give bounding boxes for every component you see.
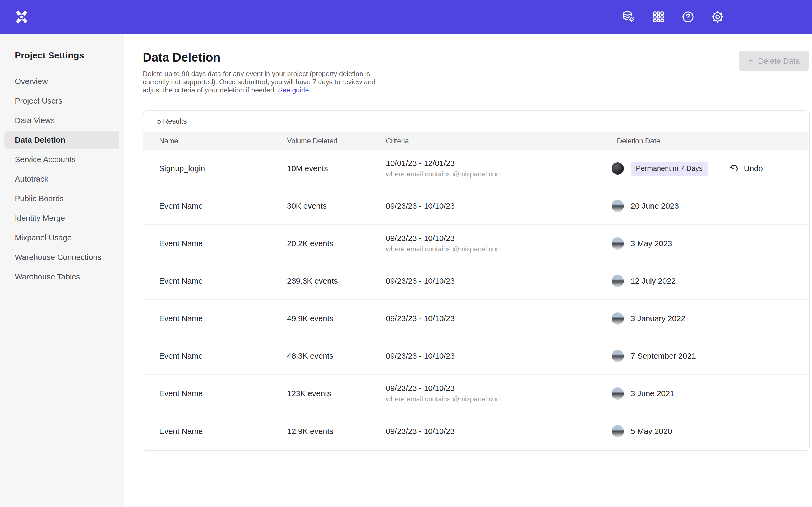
sidebar-item-data-deletion[interactable]: Data Deletion bbox=[4, 131, 119, 149]
deletion-date: 20 June 2023 bbox=[631, 202, 679, 211]
see-guide-link[interactable]: See guide bbox=[278, 86, 309, 94]
sidebar-item-service-accounts[interactable]: Service Accounts bbox=[4, 150, 119, 169]
table-rows: Signup_login10M events10/01/23 - 12/01/2… bbox=[143, 150, 809, 450]
table-row: Event Name48.3K events09/23/23 - 10/10/2… bbox=[143, 337, 809, 375]
criteria-range: 09/23/23 - 10/10/23 bbox=[386, 234, 612, 243]
table-row: Event Name49.9K events09/23/23 - 10/10/2… bbox=[143, 300, 809, 337]
sidebar-item-mixpanel-usage[interactable]: Mixpanel Usage bbox=[4, 228, 119, 247]
sidebar: Project Settings OverviewProject UsersDa… bbox=[0, 34, 124, 507]
topbar bbox=[0, 0, 812, 34]
name-cell: Event Name bbox=[159, 351, 287, 360]
mixpanel-logo-icon[interactable] bbox=[15, 10, 29, 24]
name-cell: Signup_login bbox=[159, 164, 287, 173]
deletion-date: 5 May 2020 bbox=[631, 427, 672, 436]
deletion-date: 12 July 2022 bbox=[631, 277, 676, 285]
volume-cell: 20.2K events bbox=[287, 239, 386, 248]
apps-grid-icon[interactable] bbox=[652, 10, 665, 23]
delete-data-button-label: Delete Data bbox=[758, 57, 800, 65]
deletion-cell: Permanent in 7 DaysUndo bbox=[612, 162, 809, 176]
table-row: Event Name123K events09/23/23 - 10/10/23… bbox=[143, 375, 809, 412]
topbar-icon-group bbox=[622, 0, 724, 34]
undo-label: Undo bbox=[744, 164, 763, 173]
avatar bbox=[612, 237, 624, 249]
sidebar-item-overview[interactable]: Overview bbox=[4, 72, 119, 91]
volume-cell: 12.9K events bbox=[287, 427, 386, 436]
criteria-cell: 10/01/23 - 12/01/23where email contains … bbox=[386, 159, 612, 178]
volume-cell: 239.3K events bbox=[287, 277, 386, 285]
criteria-range: 10/01/23 - 12/01/23 bbox=[386, 159, 612, 168]
undo-icon bbox=[728, 163, 740, 174]
criteria-range: 09/23/23 - 10/10/23 bbox=[386, 314, 612, 323]
name-cell: Event Name bbox=[159, 239, 287, 248]
criteria-cell: 09/23/23 - 10/10/23 bbox=[386, 351, 612, 360]
criteria-cell: 09/23/23 - 10/10/23where email contains … bbox=[386, 384, 612, 403]
deletion-cell: 5 May 2020 bbox=[612, 425, 809, 437]
sidebar-item-identity-merge[interactable]: Identity Merge bbox=[4, 209, 119, 227]
deletion-cell: 7 September 2021 bbox=[612, 350, 809, 362]
sidebar-item-data-views[interactable]: Data Views bbox=[4, 111, 119, 130]
table-row: Event Name239.3K events09/23/23 - 10/10/… bbox=[143, 263, 809, 300]
criteria-range: 09/23/23 - 10/10/23 bbox=[386, 277, 612, 285]
volume-cell: 30K events bbox=[287, 202, 386, 211]
avatar bbox=[612, 200, 624, 212]
deletion-cell: 20 June 2023 bbox=[612, 200, 809, 212]
plus-icon: + bbox=[748, 56, 754, 66]
sidebar-nav: OverviewProject UsersData ViewsData Dele… bbox=[0, 72, 124, 286]
page-title: Data Deletion bbox=[143, 50, 220, 64]
page-description-text: Delete up to 90 days data for any event … bbox=[143, 70, 375, 94]
criteria-range: 09/23/23 - 10/10/23 bbox=[386, 384, 612, 393]
criteria-cell: 09/23/23 - 10/10/23 bbox=[386, 427, 612, 436]
name-cell: Event Name bbox=[159, 277, 287, 285]
sidebar-item-warehouse-connections[interactable]: Warehouse Connections bbox=[4, 248, 119, 267]
volume-cell: 10M events bbox=[287, 164, 386, 173]
sidebar-item-warehouse-tables[interactable]: Warehouse Tables bbox=[4, 268, 119, 286]
avatar bbox=[612, 313, 624, 325]
data-pipelines-icon[interactable] bbox=[622, 10, 636, 23]
deletion-date: 3 January 2022 bbox=[631, 314, 686, 323]
undo-button[interactable]: Undo bbox=[728, 163, 763, 174]
name-cell: Event Name bbox=[159, 427, 287, 436]
status-badge: Permanent in 7 Days bbox=[631, 162, 708, 176]
criteria-cell: 09/23/23 - 10/10/23 bbox=[386, 314, 612, 323]
criteria-cell: 09/23/23 - 10/10/23 bbox=[386, 202, 612, 211]
avatar bbox=[612, 387, 624, 399]
table-card: 5 Results Name Volume Deleted Criteria D… bbox=[143, 110, 810, 451]
main-content: Data Deletion Delete up to 90 days data … bbox=[124, 34, 812, 507]
sidebar-item-autotrack[interactable]: Autotrack bbox=[4, 170, 119, 188]
sidebar-item-public-boards[interactable]: Public Boards bbox=[4, 189, 119, 208]
name-cell: Event Name bbox=[159, 389, 287, 398]
table-header-row: Name Volume Deleted Criteria Deletion Da… bbox=[143, 132, 809, 150]
criteria-range: 09/23/23 - 10/10/23 bbox=[386, 351, 612, 360]
name-cell: Event Name bbox=[159, 202, 287, 211]
criteria-subtext: where email contains @mixpanel.com bbox=[386, 245, 612, 253]
deletion-cell: 3 June 2021 bbox=[612, 387, 809, 399]
volume-cell: 49.9K events bbox=[287, 314, 386, 323]
sidebar-title: Project Settings bbox=[15, 50, 124, 60]
avatar bbox=[612, 350, 624, 362]
deletion-date: 7 September 2021 bbox=[631, 351, 696, 360]
volume-cell: 123K events bbox=[287, 389, 386, 398]
results-count: 5 Results bbox=[157, 117, 187, 125]
help-icon[interactable] bbox=[681, 10, 695, 23]
deletion-cell: 3 January 2022 bbox=[612, 313, 809, 325]
delete-data-button[interactable]: + Delete Data bbox=[739, 51, 809, 71]
deletion-date: 3 June 2021 bbox=[631, 389, 674, 398]
criteria-subtext: where email contains @mixpanel.com bbox=[386, 170, 612, 178]
settings-icon[interactable] bbox=[711, 10, 724, 23]
column-header-deletion-date: Deletion Date bbox=[612, 137, 809, 145]
column-header-volume-deleted: Volume Deleted bbox=[287, 137, 386, 145]
criteria-cell: 09/23/23 - 10/10/23where email contains … bbox=[386, 234, 612, 253]
deletion-cell: 12 July 2022 bbox=[612, 275, 809, 287]
name-cell: Event Name bbox=[159, 314, 287, 323]
criteria-range: 09/23/23 - 10/10/23 bbox=[386, 427, 612, 436]
avatar bbox=[612, 275, 624, 287]
table-row: Event Name30K events09/23/23 - 10/10/232… bbox=[143, 187, 809, 225]
deletion-cell: 3 May 2023 bbox=[612, 237, 809, 249]
column-header-criteria: Criteria bbox=[386, 137, 612, 145]
sidebar-item-project-users[interactable]: Project Users bbox=[4, 92, 119, 110]
criteria-subtext: where email contains @mixpanel.com bbox=[386, 395, 612, 403]
table-row: Event Name12.9K events09/23/23 - 10/10/2… bbox=[143, 412, 809, 450]
criteria-cell: 09/23/23 - 10/10/23 bbox=[386, 277, 612, 285]
avatar bbox=[612, 162, 624, 175]
column-header-name: Name bbox=[159, 137, 287, 145]
